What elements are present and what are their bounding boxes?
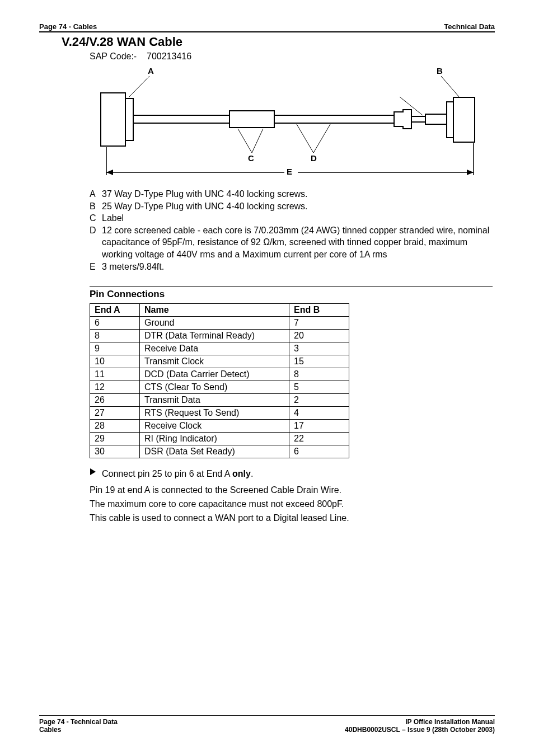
legend-letter: A — [90, 188, 102, 200]
svg-marker-20 — [90, 468, 96, 475]
svg-rect-1 — [125, 98, 133, 140]
cable-diagram: A B C D — [90, 66, 493, 180]
svg-line-2 — [129, 76, 149, 97]
footer-right-line2: 40DHB0002USCL – Issue 9 (28th October 20… — [345, 726, 495, 734]
table-row: 12CTS (Clear To Send)5 — [90, 381, 349, 394]
svg-marker-16 — [467, 170, 474, 175]
svg-rect-4 — [447, 102, 453, 138]
legend-text: 12 core screened cable - each core is 7/… — [102, 224, 493, 261]
svg-line-10 — [252, 129, 263, 153]
diagram-label-b: B — [437, 66, 443, 76]
svg-line-9 — [238, 129, 252, 153]
table-row: 28Receive Clock17 — [90, 420, 349, 433]
footer-left-line1: Page 74 - Technical Data — [39, 718, 118, 726]
col-name: Name — [140, 304, 289, 317]
footer-right: IP Office Installation Manual 40DHB0002U… — [345, 718, 495, 734]
svg-line-11 — [297, 124, 313, 153]
svg-marker-15 — [106, 170, 113, 175]
table-row: 26Transmit Data2 — [90, 394, 349, 407]
col-end-b: End B — [289, 304, 349, 317]
legend-text: 37 Way D-Type Plug with UNC 4-40 locking… — [102, 188, 493, 200]
legend-text: 25 Way D-Type Plug with UNC 4-40 locking… — [102, 200, 493, 213]
svg-rect-8 — [229, 111, 274, 128]
table-row: 30DSR (Data Set Ready)6 — [90, 445, 349, 458]
svg-rect-0 — [101, 93, 125, 146]
svg-line-12 — [313, 124, 330, 153]
header-right: Technical Data — [444, 22, 495, 31]
page-title: V.24/V.28 WAN Cable — [62, 35, 495, 49]
legend-item-b: B 25 Way D-Type Plug with UNC 4-40 locki… — [90, 200, 493, 213]
diagram-label-e: E — [287, 167, 292, 176]
note-line: This cable is used to connect a WAN port… — [90, 511, 493, 525]
footer-left: Page 74 - Technical Data Cables — [39, 718, 118, 734]
legend-letter: E — [90, 261, 102, 273]
table-header-row: End A Name End B — [90, 304, 349, 317]
page-footer: Page 74 - Technical Data Cables IP Offic… — [39, 715, 495, 734]
table-row: 6Ground7 — [90, 317, 349, 330]
legend-text: 3 meters/9.84ft. — [102, 261, 493, 273]
svg-rect-3 — [453, 97, 475, 142]
diagram-label-c: C — [248, 153, 254, 163]
col-end-a: End A — [90, 304, 140, 317]
triangle-bullet-icon — [90, 467, 96, 479]
page-header: Page 74 - Cables Technical Data — [39, 22, 495, 32]
legend-item-e: E 3 meters/9.84ft. — [90, 261, 493, 273]
table-row: 11DCD (Data Carrier Detect)8 — [90, 368, 349, 381]
legend-letter: B — [90, 200, 102, 213]
legend-item-c: C Label — [90, 212, 493, 224]
table-row: 10Transmit Clock15 — [90, 355, 349, 368]
note-bullet: Connect pin 25 to pin 6 at End A only. — [90, 467, 493, 481]
footer-right-line1: IP Office Installation Manual — [345, 718, 495, 726]
diagram-label-d: D — [311, 153, 317, 163]
notes-block: Connect pin 25 to pin 6 at End A only. P… — [90, 467, 493, 525]
legend-text: Label — [102, 212, 493, 224]
footer-left-line2: Cables — [39, 726, 118, 734]
sap-code-line: SAP Code:- 700213416 — [90, 51, 495, 62]
section-rule — [90, 286, 493, 287]
pin-connections-heading: Pin Connections — [90, 289, 495, 300]
table-row: 8DTR (Data Terminal Ready)20 — [90, 330, 349, 342]
legend-letter: C — [90, 212, 102, 224]
sap-label: SAP Code:- — [90, 51, 137, 61]
note-bullet-text: Connect pin 25 to pin 6 at End A only. — [102, 467, 253, 481]
note-line: Pin 19 at end A is connected to the Scre… — [90, 483, 493, 497]
table-row: 29RI (Ring Indicator)22 — [90, 433, 349, 445]
legend-list: A 37 Way D-Type Plug with UNC 4-40 locki… — [90, 188, 493, 273]
header-left: Page 74 - Cables — [39, 22, 97, 31]
sap-value: 700213416 — [147, 51, 191, 61]
table-row: 27RTS (Request To Send)4 — [90, 407, 349, 420]
svg-line-5 — [441, 76, 459, 97]
legend-letter: D — [90, 224, 102, 261]
note-line: The maximum core to core capacitance mus… — [90, 497, 493, 511]
legend-item-d: D 12 core screened cable - each core is … — [90, 224, 493, 261]
pin-connections-table: End A Name End B 6Ground7 8DTR (Data Ter… — [90, 303, 349, 458]
table-row: 9Receive Data3 — [90, 342, 349, 355]
diagram-label-a: A — [148, 66, 154, 76]
legend-item-a: A 37 Way D-Type Plug with UNC 4-40 locki… — [90, 188, 493, 200]
